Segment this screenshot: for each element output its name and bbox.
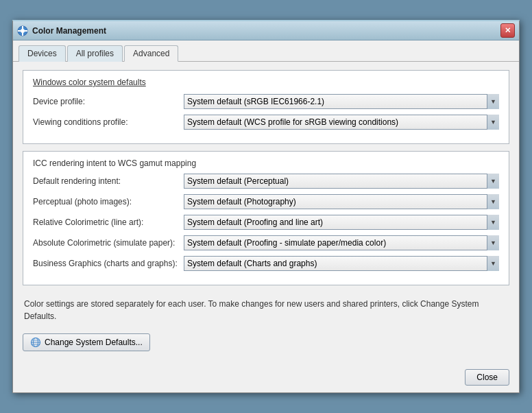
rendering-intent-dropdown-0: System default (Perceptual) ▼ — [184, 174, 499, 189]
rendering-intent-label-3: Absolute Colorimetric (simulate paper): — [33, 238, 184, 248]
rendering-intent-row-4: Business Graphics (charts and graphs): S… — [33, 256, 499, 271]
device-profile-select[interactable]: System default (sRGB IEC61966-2.1) — [184, 94, 499, 109]
viewing-conditions-row: Viewing conditions profile: System defau… — [33, 115, 499, 130]
device-profile-row: Device profile: System default (sRGB IEC… — [33, 94, 499, 109]
close-button[interactable]: Close — [465, 369, 509, 386]
window-title: Color Management — [32, 26, 106, 36]
viewing-conditions-select[interactable]: System default (WCS profile for sRGB vie… — [184, 115, 499, 130]
windows-defaults-title: Windows color system defaults — [33, 78, 499, 87]
rendering-intent-label-4: Business Graphics (charts and graphs): — [33, 259, 184, 268]
rendering-intent-row-1: Perceptual (photo images): System defaul… — [33, 194, 499, 209]
rendering-intent-select-1[interactable]: System default (Photography) — [184, 194, 499, 209]
rendering-intent-label-2: Relative Colorimetric (line art): — [33, 217, 184, 227]
rendering-intent-label-1: Perceptual (photo images): — [33, 197, 184, 206]
window-icon — [17, 25, 28, 36]
windows-defaults-section: Windows color system defaults Device pro… — [23, 70, 509, 144]
change-defaults-label: Change System Defaults... — [45, 338, 143, 347]
icc-rendering-title: ICC rendering intent to WCS gamut mappin… — [33, 158, 499, 168]
rendering-intent-dropdown-2: System default (Proofing and line art) ▼ — [184, 215, 499, 230]
tab-all-profiles[interactable]: All profiles — [67, 45, 123, 62]
svg-point-1 — [21, 29, 25, 33]
titlebar: Color Management ✕ — [13, 21, 519, 40]
globe-icon — [30, 337, 41, 348]
titlebar-left: Color Management — [17, 25, 106, 36]
color-management-window: Color Management ✕ Devices All profiles … — [12, 20, 520, 393]
rendering-intent-row-3: Absolute Colorimetric (simulate paper): … — [33, 235, 499, 250]
device-profile-dropdown-wrapper: System default (sRGB IEC61966-2.1) ▼ — [184, 94, 499, 109]
main-content: Windows color system defaults Device pro… — [13, 62, 519, 364]
rendering-intent-row-2: Relative Colorimetric (line art): System… — [33, 215, 499, 230]
icc-rendering-section: ICC rendering intent to WCS gamut mappin… — [23, 151, 509, 285]
close-title-button[interactable]: ✕ — [500, 23, 515, 38]
rendering-intent-select-3[interactable]: System default (Proofing - simulate pape… — [184, 235, 499, 250]
device-profile-label: Device profile: — [33, 97, 184, 106]
viewing-conditions-label: Viewing conditions profile: — [33, 117, 184, 127]
rendering-intent-dropdown-1: System default (Photography) ▼ — [184, 194, 499, 209]
svg-rect-5 — [25, 30, 27, 32]
rendering-intent-select-0[interactable]: System default (Perceptual) — [184, 174, 499, 189]
tab-advanced[interactable]: Advanced — [124, 45, 178, 62]
rendering-intent-select-2[interactable]: System default (Proofing and line art) — [184, 215, 499, 230]
viewing-conditions-dropdown-wrapper: System default (WCS profile for sRGB vie… — [184, 115, 499, 130]
svg-rect-2 — [22, 26, 23, 29]
rendering-intent-select-4[interactable]: System default (Charts and graphs) — [184, 256, 499, 271]
rendering-intent-dropdown-3: System default (Proofing - simulate pape… — [184, 235, 499, 250]
svg-rect-4 — [18, 30, 21, 32]
info-text: Color settings are stored separately for… — [23, 292, 509, 328]
rendering-intent-row-0: Default rendering intent: System default… — [33, 174, 499, 189]
change-system-defaults-button[interactable]: Change System Defaults... — [23, 333, 150, 351]
tab-devices[interactable]: Devices — [19, 45, 66, 62]
tabs-bar: Devices All profiles Advanced — [13, 40, 519, 62]
rendering-intent-label-0: Default rendering intent: — [33, 176, 184, 186]
footer: Close — [13, 364, 519, 392]
rendering-intent-dropdown-4: System default (Charts and graphs) ▼ — [184, 256, 499, 271]
svg-rect-3 — [22, 33, 23, 36]
